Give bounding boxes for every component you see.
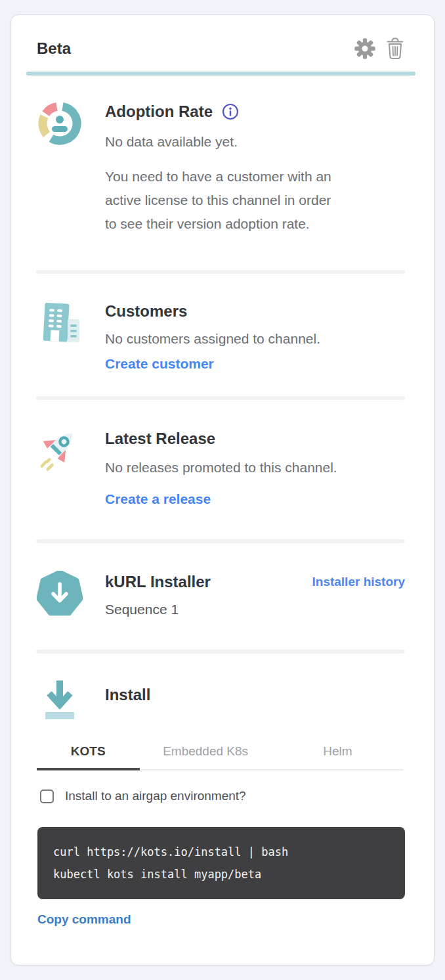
adoption-donut-user-icon [37,100,83,236]
card-header: Beta [11,15,434,60]
command-line: curl https://kots.io/install | bash [53,841,389,863]
copy-command-link[interactable]: Copy command [37,912,131,927]
create-release-link[interactable]: Create a release [105,489,211,509]
rocket-icon [37,428,83,509]
install-heading: Install [105,684,405,706]
section-latest-release: Latest Release No releases promoted to t… [11,428,434,509]
installer-history-link[interactable]: Installer history [312,575,406,589]
customers-empty-message: No customers assigned to channel. [105,329,405,349]
kurl-heptagon-download-icon [37,571,83,619]
section-divider [36,396,405,400]
customers-heading: Customers [105,300,405,323]
command-line: kubectl kots install myapp/beta [53,863,389,885]
section-divider [36,270,405,274]
download-arrow-icon [37,679,83,727]
tab-kots[interactable]: KOTS [37,744,140,769]
info-icon[interactable] [222,103,239,120]
channel-title: Beta [37,37,71,60]
buildings-icon [37,300,83,374]
tab-helm[interactable]: Helm [272,744,404,769]
section-kurl-installer: kURL Installer Sequence 1 Installer hist… [11,571,434,619]
installer-sequence: Sequence 1 [105,600,312,619]
gear-icon[interactable] [354,37,376,60]
airgap-option: Install to an airgap environment? [40,789,405,803]
section-adoption-rate: Adoption Rate No data available yet. You… [11,100,434,236]
header-actions [354,37,405,60]
airgap-label: Install to an airgap environment? [65,789,246,803]
adoption-heading: Adoption Rate [105,100,213,123]
section-install: Install [11,679,434,727]
section-divider [36,650,405,654]
section-divider [36,539,405,543]
trash-icon[interactable] [385,37,405,60]
release-heading: Latest Release [105,428,405,450]
installer-heading: kURL Installer [105,571,312,593]
install-tabs: KOTS Embedded K8s Helm [37,744,404,770]
adoption-description: You need to have a customer with an acti… [105,165,405,236]
release-empty-message: No releases promoted to this channel. [105,458,405,478]
channel-card: Beta [11,14,434,966]
create-customer-link[interactable]: Create customer [105,354,214,374]
channel-accent-bar [26,72,415,76]
adoption-empty-message: No data available yet. [105,132,405,152]
tab-embedded-k8s[interactable]: Embedded K8s [140,744,272,769]
install-command-block[interactable]: curl https://kots.io/install | bash kube… [37,827,405,899]
section-customers: Customers No customers assigned to chann… [11,300,434,374]
airgap-checkbox[interactable] [40,790,54,803]
